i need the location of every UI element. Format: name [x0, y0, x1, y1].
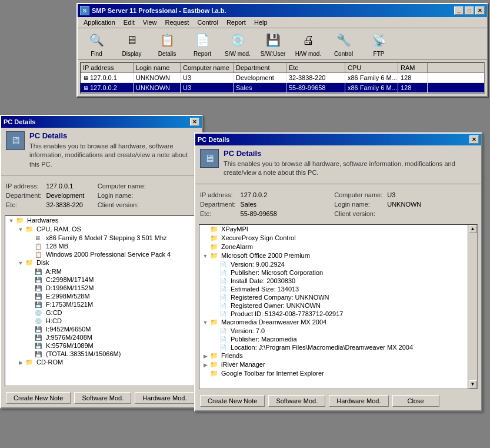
tree-item[interactable]: ▶📁 CD-ROM — [5, 358, 198, 367]
front-software-mod-button[interactable]: Software Mod. — [268, 395, 325, 407]
tree-item[interactable]: 🖥 x86 Family 6 Model 7 Stepping 3 501 Mh… — [5, 234, 198, 242]
tree-item[interactable]: 💾 F:1753M/1521M — [5, 300, 198, 308]
tree-item[interactable]: 📄 Version: 9.00.2924 — [199, 260, 468, 268]
scrollbar-up[interactable]: ▲ — [469, 225, 477, 233]
tree-item[interactable]: 📁 Google Toolbar for Internet Explorer — [199, 369, 468, 378]
close-button[interactable]: ✕ — [475, 6, 485, 15]
cell-comp-1: U3 — [181, 83, 234, 92]
bg-hardware-mod-button[interactable]: Hardware Mod. — [135, 392, 194, 404]
front-header-text: PC Details This enables you to browse al… — [224, 149, 476, 178]
tree-item[interactable]: 💾 E:2998M/528M — [5, 292, 198, 300]
menu-report[interactable]: Report — [223, 18, 249, 26]
main-title-label: SMP Server 11 Professional - Eastbow l.a… — [92, 7, 226, 14]
front-dept-label: Department: — [200, 201, 236, 208]
front-dialog-icon: 🖥 — [200, 149, 219, 168]
bg-info-grid: IP address: 127.0.0.1 Computer name: Dep… — [1, 180, 202, 211]
toolbar-sw-mod[interactable]: 💿 S/W mod. — [224, 31, 252, 57]
bg-header-text: PC Details This enables you to browse al… — [29, 131, 197, 169]
tree-item[interactable]: 💾 J:9576M/2408M — [5, 333, 198, 341]
toolbar-sw-user[interactable]: 💾 S/W:User — [259, 31, 287, 57]
cell-etc-1: 55-89-99658 — [286, 83, 345, 92]
tree-item[interactable]: 💾 (TOTAL:38351M/15066M) — [5, 350, 198, 358]
toolbar-report[interactable]: 📄 Report — [188, 31, 216, 57]
front-client-value — [387, 210, 476, 217]
toolbar: 🔍 Find 🖥 Display 📋 Details 📄 Report 💿 S/… — [78, 28, 487, 60]
tree-item[interactable]: ▼📁 CPU, RAM, OS — [5, 225, 198, 234]
front-tree-view[interactable]: ▲ ▼ 📁 XPayMPI 📁 XecureProxy Sign Control… — [199, 224, 478, 389]
tree-item[interactable]: 💾 C:2998M/1714M — [5, 276, 198, 284]
tree-item[interactable]: 📄 Registered Company: UNKNOWN — [199, 293, 468, 301]
tree-item[interactable]: ▼📁 Hardwares — [5, 216, 198, 225]
bg-tree-view[interactable]: ▼📁 Hardwares ▼📁 CPU, RAM, OS 🖥 x86 Famil… — [5, 215, 198, 386]
tree-item[interactable]: 📋 Windows 2000 Professional Service Pack… — [5, 250, 198, 258]
menu-help[interactable]: Help — [251, 18, 271, 26]
tree-item[interactable]: ▶📁 Friends — [199, 351, 468, 360]
tree-item[interactable]: 📄 Install Date: 20030830 — [199, 277, 468, 285]
front-create-note-button[interactable]: Create New Note — [200, 395, 265, 407]
tree-item[interactable]: 💾 K:9576M/1089M — [5, 341, 198, 350]
front-close-dialog-button[interactable]: Close — [392, 395, 439, 407]
header-dept: Department — [234, 63, 286, 72]
minimize-button[interactable]: _ — [454, 6, 464, 15]
hw-mod-label: H/W mod. — [295, 51, 321, 57]
menu-application[interactable]: Application — [80, 18, 119, 26]
front-login-label: Login name: — [334, 201, 382, 208]
menu-edit[interactable]: Edit — [120, 18, 138, 26]
tree-item[interactable]: 📋 128 MB — [5, 242, 198, 250]
cell-dept-0: Development — [234, 73, 286, 82]
toolbar-find[interactable]: 🔍 Find — [82, 31, 111, 57]
tree-item[interactable]: 📄 Registered Owner: UNKNOWN — [199, 301, 468, 310]
tree-item[interactable]: 📁 XPayMPI — [199, 225, 468, 234]
front-header-section: 🖥 PC Details This enables you to browse … — [195, 145, 481, 184]
toolbar-control[interactable]: 🔧 Control — [329, 31, 358, 57]
tree-item[interactable]: ▼📁 Macromedia Dreamweaver MX 2004 — [199, 318, 468, 327]
bg-software-mod-button[interactable]: Software Mod. — [74, 392, 131, 404]
tree-item[interactable]: 📄 Estimated Size: 134013 — [199, 285, 468, 293]
tree-item[interactable]: 💿 H:CD — [5, 317, 198, 325]
bg-close-button[interactable]: ✕ — [190, 118, 199, 126]
hw-mod-icon: 🖨 — [299, 31, 318, 49]
bg-header-section: 🖥 PC Details This enables you to browse … — [1, 128, 202, 175]
toolbar-ftp[interactable]: 📡 FTP — [365, 31, 393, 57]
maximize-button[interactable]: □ — [465, 6, 474, 15]
table-row[interactable]: 🖥127.0.0.2 UNKNOWN U3 Sales 55-89-99658 … — [81, 83, 484, 93]
tree-item[interactable]: 📄 Publisher: Macromedia — [199, 335, 468, 343]
menu-control[interactable]: Control — [194, 18, 221, 26]
tree-item[interactable]: ▼📁 Disk — [5, 258, 198, 267]
front-header-desc: This enables you to browse all hardware,… — [224, 160, 476, 178]
pc-details-front-window: PC Details ✕ 🖥 PC Details This enables y… — [194, 132, 482, 412]
front-close-button[interactable]: ✕ — [469, 135, 479, 144]
menu-request[interactable]: Request — [161, 18, 192, 26]
toolbar-details[interactable]: 📋 Details — [153, 31, 181, 57]
list-header: IP address Login name Computer name Depa… — [81, 63, 484, 73]
ftp-icon: 📡 — [369, 31, 388, 49]
front-hardware-mod-button[interactable]: Hardware Mod. — [329, 395, 388, 407]
bg-create-note-button[interactable]: Create New Note — [6, 392, 71, 404]
tree-item[interactable]: 📄 Location: J:\Program Files\Macromedia\… — [199, 343, 468, 351]
tree-item[interactable]: 💾 D:1996M/1152M — [5, 284, 198, 292]
control-icon: 🔧 — [334, 31, 353, 49]
scrollbar-down[interactable]: ▼ — [469, 380, 477, 389]
bg-dialog-icon: 🖥 — [6, 131, 25, 150]
tree-item[interactable]: 💾 A:RM — [5, 267, 198, 276]
cell-ip-0: 🖥127.0.0.1 — [81, 73, 134, 82]
tree-item[interactable]: 📁 XecureProxy Sign Control — [199, 234, 468, 243]
tree-item[interactable]: ▼📁 Microsoft Office 2000 Premium — [199, 251, 468, 260]
cell-cpu-1: x86 Family 6 M... — [345, 83, 398, 92]
sw-user-icon: 💾 — [264, 31, 282, 49]
tree-item[interactable]: 📄 Publisher: Microsoft Corporation — [199, 268, 468, 277]
tree-item[interactable]: 📄 Product ID: 51342-008-7783712-02917 — [199, 310, 468, 318]
menu-view[interactable]: View — [139, 18, 161, 26]
toolbar-display[interactable]: 🖥 Display — [118, 31, 146, 57]
tree-item[interactable]: ▶📁 iRiver Manager — [199, 360, 468, 369]
bg-etc-label: Etc: — [6, 201, 42, 208]
tree-item[interactable]: 💿 G:CD — [5, 308, 198, 317]
bg-title-bar: PC Details ✕ — [1, 116, 202, 128]
bg-ip-value: 127.0.0.1 — [46, 182, 93, 190]
tree-item[interactable]: 📄 Version: 7.0 — [199, 327, 468, 335]
bg-client-label: Client version: — [98, 201, 146, 208]
tree-item[interactable]: 💾 I:9452M/6650M — [5, 325, 198, 333]
toolbar-hw-mod[interactable]: 🖨 H/W mod. — [294, 31, 322, 57]
tree-item[interactable]: 📁 ZoneAlarm — [199, 243, 468, 251]
table-row[interactable]: 🖥127.0.0.1 UNKNOWN U3 Development 32-383… — [81, 73, 484, 83]
